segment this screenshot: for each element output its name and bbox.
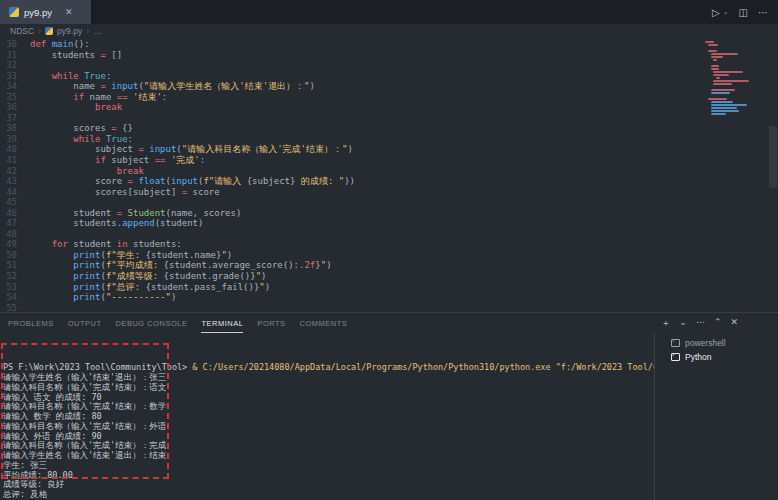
chevron-up-icon[interactable]: ⌃ <box>714 317 722 330</box>
code-token: : <box>128 134 133 145</box>
terminal-prompt: PS F:\Work\2023 Tool\Community\Tool> <box>3 362 192 372</box>
code-line[interactable]: 51 print(f"平均成绩: {student.average_score(… <box>0 260 778 271</box>
line-number: 47 <box>0 218 30 229</box>
vscode-window: py9.py ✕ ▷ ⌄ ◫ ⋯ NDSC › py9.py › … 30def… <box>0 0 778 500</box>
code-token: : <box>106 71 111 82</box>
code-token: f"请输入 <box>203 176 246 187</box>
line-number: 43 <box>0 176 30 187</box>
editor-actions: ▷ ⌄ ◫ ⋯ <box>712 0 778 24</box>
code-line[interactable]: 46 student = Student(name, scores) <box>0 208 778 219</box>
panel-tab-output[interactable]: OUTPUT <box>68 313 102 333</box>
code-token: if <box>73 92 84 103</box>
terminal-output-text: 学生: 张三 <box>3 460 47 470</box>
code-line[interactable]: 30def main(): <box>0 39 778 50</box>
minimap-line <box>713 71 743 73</box>
code-token: {subject} <box>247 176 296 187</box>
panel-tab-terminal[interactable]: TERMINAL <box>201 313 243 333</box>
code-token: print <box>73 271 100 282</box>
code-token: print <box>73 292 100 303</box>
code-token: ) <box>261 271 266 282</box>
run-python-file-icon[interactable]: ▷ <box>712 7 720 18</box>
code-line[interactable]: 54 print("----------") <box>0 292 778 303</box>
minimap-line <box>713 83 731 85</box>
code-line[interactable]: 43 score = float(input(f"请输入 {subject} 的… <box>0 176 778 187</box>
line-number: 36 <box>0 102 30 113</box>
code-token: 的成绩: " <box>295 176 344 187</box>
code-line[interactable]: 44 scores[subject] = score <box>0 187 778 198</box>
code-line[interactable]: 49 for student in students: <box>0 239 778 250</box>
breadcrumb-separator: › <box>38 26 41 36</box>
code-token: break <box>95 102 122 113</box>
code-token: {student.grade()} <box>164 271 256 282</box>
minimap[interactable] <box>705 41 761 119</box>
code-token: Student <box>128 208 166 219</box>
minimap-line <box>711 68 720 70</box>
code-line[interactable]: 38 scores = {} <box>0 123 778 134</box>
breadcrumb-symbol[interactable]: … <box>93 26 102 36</box>
panel-tab-comments[interactable]: COMMENTS <box>300 313 348 333</box>
code-token: == <box>155 155 166 166</box>
line-number: 45 <box>0 197 30 208</box>
tab-close-icon[interactable]: ✕ <box>65 7 73 17</box>
code-token: "----------" <box>106 292 171 303</box>
code-line[interactable]: 45 <box>0 197 778 208</box>
panel-tab-debug-console[interactable]: DEBUG CONSOLE <box>116 313 188 333</box>
code-token: in <box>117 239 128 250</box>
run-dropdown-chevron-icon[interactable]: ⌄ <box>723 8 729 16</box>
code-line[interactable]: 47 students.append(student) <box>0 218 778 229</box>
code-line[interactable]: 39 while True: <box>0 134 778 145</box>
close-icon[interactable]: ✕ <box>730 317 738 330</box>
code-line[interactable]: 35 if name == '结束': <box>0 92 778 103</box>
code-token: subject <box>30 144 138 155</box>
code-token: for <box>52 239 68 250</box>
code-line[interactable]: 55 <box>0 303 778 312</box>
code-token <box>30 271 73 282</box>
code-line[interactable]: 36 break <box>0 102 778 113</box>
new-terminal-icon[interactable]: ＋ <box>661 317 670 330</box>
minimap-line <box>713 74 728 76</box>
code-token: ) <box>265 282 270 293</box>
more-actions-icon[interactable]: ⋯ <box>758 7 768 18</box>
code-token: )) <box>344 176 355 187</box>
terminal-list-item-python[interactable]: Python <box>655 350 778 364</box>
more-icon[interactable]: ⋯ <box>696 317 705 330</box>
chevron-down-icon[interactable]: ⌄ <box>679 317 687 330</box>
code-line[interactable]: 42 break <box>0 166 778 177</box>
code-line[interactable]: 37 <box>0 113 778 124</box>
line-number: 48 <box>0 229 30 240</box>
tab-py9[interactable]: py9.py ✕ <box>0 0 92 24</box>
line-number: 38 <box>0 123 30 134</box>
code-line[interactable]: 52 print(f"成绩等级: {student.grade()}") <box>0 271 778 282</box>
code-line[interactable]: 31 students = [] <box>0 50 778 61</box>
panel-tab-ports[interactable]: PORTS <box>257 313 285 333</box>
code-token: input <box>171 176 198 187</box>
code-line[interactable]: 32 <box>0 60 778 71</box>
scrollbar-thumb[interactable] <box>769 126 777 188</box>
code-line[interactable]: 48 <box>0 229 778 240</box>
minimap-line <box>711 53 738 55</box>
code-line[interactable]: 33 while True: <box>0 71 778 82</box>
breadcrumb-folder[interactable]: NDSC <box>10 26 34 36</box>
code-line[interactable]: 50 print(f"学生: {student.name}") <box>0 250 778 261</box>
code-token: f"平均成绩: <box>106 260 164 271</box>
minimap-line <box>716 77 720 79</box>
panel-tab-problems[interactable]: PROBLEMS <box>8 313 54 333</box>
code-line[interactable]: 41 if subject == '完成': <box>0 155 778 166</box>
split-editor-icon[interactable]: ◫ <box>739 7 748 18</box>
terminal[interactable]: PS F:\Work\2023 Tool\Community\Tool> & C… <box>0 333 654 500</box>
code-token: if <box>95 155 106 166</box>
code-token: ) <box>227 250 232 261</box>
code-line[interactable]: 34 name = input("请输入学生姓名（输入'结束'退出）：") <box>0 81 778 92</box>
line-number: 31 <box>0 50 30 61</box>
code-line[interactable]: 53 print(f"总评: {student.pass_fail()}") <box>0 282 778 293</box>
minimap-line <box>705 41 714 43</box>
editor-scrollbar[interactable] <box>768 38 778 312</box>
line-number: 44 <box>0 187 30 198</box>
code-editor[interactable]: 30def main():31 students = []3233 while … <box>0 38 778 312</box>
breadcrumb-file[interactable]: py9.py <box>57 26 82 36</box>
terminal-output-text: 请输入 语文 的成绩: 70 <box>3 392 102 402</box>
terminal-list-item-powershell[interactable]: powershell <box>655 336 778 350</box>
terminal-list-label: Python <box>685 352 711 362</box>
code-line[interactable]: 40 subject = input("请输入科目名称（输入'完成'结束）：") <box>0 144 778 155</box>
terminal-line: 学生: 张三 <box>3 461 654 471</box>
